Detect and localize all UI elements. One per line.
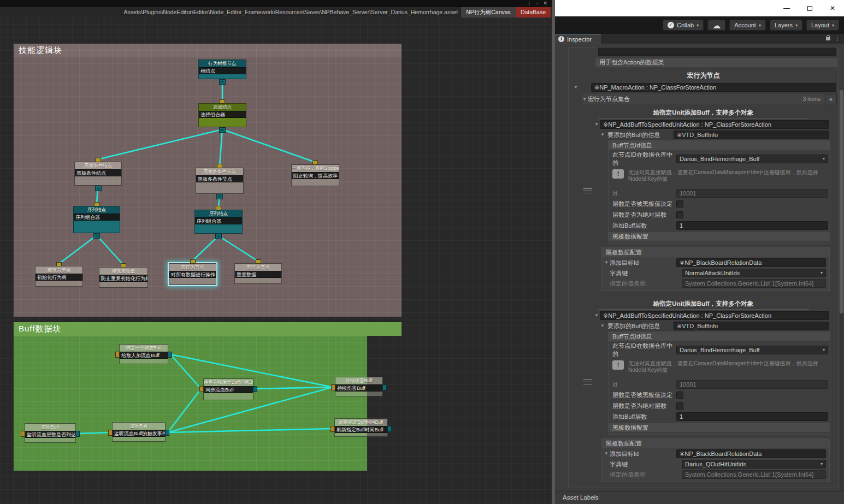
buff-layers-field[interactable]: 1 bbox=[676, 412, 828, 421]
graph-node[interactable]: 宏行为节点初始化行为树 bbox=[35, 266, 83, 287]
group-title-skill-logic[interactable]: 技能逻辑块 bbox=[14, 44, 402, 57]
top-pin-icon[interactable] bbox=[220, 99, 225, 104]
window-menu-icon[interactable]: ⋮ bbox=[527, 1, 532, 6]
target-id-field[interactable]: ※NP_BlackBoardRelationData bbox=[676, 449, 826, 458]
graph-node[interactable]: 行为树根节点根结点 bbox=[198, 60, 246, 79]
group-buff-data-block[interactable] bbox=[14, 336, 367, 471]
foldout-icon[interactable]: ▼ bbox=[594, 313, 600, 318]
top-pin-icon[interactable] bbox=[312, 161, 318, 165]
graph-node[interactable]: 宏行为节点重置数据 bbox=[234, 263, 282, 284]
dict-key-dropdown[interactable]: Darius_QOutHitUnitIds ▾ bbox=[682, 460, 826, 469]
blackboard-config-button[interactable]: 黑板数据配置 bbox=[609, 232, 830, 241]
blackboard-value-checkbox[interactable] bbox=[676, 392, 683, 399]
group-title-buff-data-bar[interactable]: Buff数据块 bbox=[14, 322, 402, 336]
graph-node[interactable]: 黑板多条件节点黑板多条件节点 bbox=[196, 168, 244, 194]
buff-info-field[interactable]: ※VTD_BuffInfo bbox=[674, 322, 829, 330]
action-class-field[interactable]: ※NP_AddBuffToSpecifiedUnitAction : NP_Cl… bbox=[600, 311, 829, 320]
left-pin-icon[interactable] bbox=[21, 431, 25, 437]
graph-node[interactable]: 刷新指定Buff时间Buff刷新指定Buff时间Buff bbox=[334, 418, 388, 437]
foldout-icon[interactable]: ▼ bbox=[600, 132, 606, 138]
top-pin-icon[interactable] bbox=[121, 263, 126, 268]
left-pin-icon[interactable] bbox=[330, 426, 335, 432]
left-pin-icon[interactable] bbox=[199, 386, 204, 392]
top-pin-icon[interactable] bbox=[217, 164, 222, 168]
foldout-icon[interactable]: ▼ bbox=[604, 451, 610, 456]
foldout-icon[interactable]: ▼ bbox=[582, 97, 588, 102]
drag-handle-icon[interactable] bbox=[583, 380, 592, 384]
bottom-pin-icon[interactable] bbox=[219, 79, 226, 85]
right-pin-icon[interactable] bbox=[75, 431, 80, 437]
graph-node[interactable]: 序列结点序列组合器 bbox=[73, 206, 120, 233]
top-pin-icon[interactable] bbox=[256, 259, 261, 264]
tab-inspector[interactable]: i Inspector bbox=[555, 34, 601, 44]
foldout-icon[interactable]: ▼ bbox=[574, 85, 579, 90]
window-close-icon[interactable]: ✕ bbox=[543, 1, 547, 6]
right-pin-icon[interactable] bbox=[382, 384, 387, 390]
foldout-icon[interactable]: ▼ bbox=[600, 323, 606, 329]
target-id-field[interactable]: ※NP_BlackBoardRelationData bbox=[676, 258, 826, 267]
close-icon[interactable]: ✕ bbox=[830, 4, 835, 12]
absolute-layers-checkbox[interactable] bbox=[676, 211, 683, 218]
kebab-menu-icon[interactable]: ⋮ bbox=[835, 36, 840, 41]
graph-node[interactable]: 序列结点序列组合器 bbox=[194, 210, 243, 234]
graph-node[interactable]: 绑定一个状态Buff给敌人加流血Buff bbox=[119, 344, 168, 364]
truncated-text-field[interactable] bbox=[598, 48, 836, 56]
dict-key-dropdown[interactable]: NormalAttackUnitIds ▾ bbox=[682, 269, 826, 277]
right-pin-icon[interactable] bbox=[165, 430, 169, 436]
action-class-field[interactable]: ※NP_AddBuffToSpecifiedUnitAction : NP_Cl… bbox=[600, 120, 829, 129]
buff-layers-field[interactable]: 1 bbox=[676, 221, 828, 230]
graph-node[interactable]: 一直等待，直到Stopped阻止轮询，提高效率 bbox=[291, 164, 339, 186]
asset-labels-bar[interactable]: Asset Labels bbox=[555, 491, 844, 503]
account-dropdown[interactable]: Account ▾ bbox=[729, 20, 766, 31]
top-pin-icon[interactable] bbox=[216, 206, 221, 210]
add-item-button[interactable]: + bbox=[825, 94, 837, 104]
scrollbar[interactable] bbox=[840, 88, 843, 504]
top-pin-icon[interactable] bbox=[190, 259, 196, 264]
right-pin-icon[interactable] bbox=[387, 426, 392, 432]
graph-node[interactable]: 修改黑板值防止重复初始化行为树 bbox=[99, 267, 148, 288]
tab-np-behavior-canvas[interactable]: NP行为树Canvas bbox=[461, 7, 516, 17]
scrollbar-thumb[interactable] bbox=[840, 90, 843, 313]
bottom-pin-icon[interactable] bbox=[93, 233, 100, 239]
top-pin-icon[interactable] bbox=[96, 158, 101, 162]
foldout-icon[interactable]: ▼ bbox=[594, 122, 600, 127]
layout-dropdown[interactable]: Layout ▾ bbox=[806, 20, 839, 31]
graph-node[interactable]: 黑板条件结点黑板条件结点 bbox=[74, 162, 122, 186]
drag-handle-icon[interactable] bbox=[583, 188, 592, 193]
buff-info-field[interactable]: ※VTD_BuffInfo bbox=[674, 131, 829, 139]
collab-button[interactable]: ✓ Collab ▾ bbox=[663, 20, 704, 31]
lock-icon[interactable] bbox=[826, 37, 830, 40]
bottom-pin-icon[interactable] bbox=[215, 234, 222, 239]
macro-collection-row[interactable]: ▼ 宏行为节点集合 3 items + bbox=[582, 94, 837, 104]
macro-class-field[interactable]: ※NP_MacroAction : NP_ClassForStoreAction bbox=[591, 83, 836, 92]
left-pin-icon[interactable] bbox=[108, 430, 113, 436]
node-canvas[interactable]: 技能逻辑块 Buff数据块 行为树根节点根结点选择结点选择组合器黑板条件结点黑板… bbox=[0, 17, 552, 504]
top-pin-icon[interactable] bbox=[56, 262, 62, 266]
layers-dropdown[interactable]: Layers ▾ bbox=[770, 20, 802, 31]
absolute-layers-checkbox[interactable] bbox=[676, 402, 683, 410]
right-pin-icon[interactable] bbox=[253, 386, 257, 392]
left-pin-icon[interactable] bbox=[331, 384, 335, 390]
node-id-dropdown[interactable]: Darius_BindHemorrhage_Buff ▾ bbox=[676, 155, 828, 163]
tab-database[interactable]: DataBase bbox=[516, 7, 551, 17]
graph-node[interactable]: 宏行为节点对所有数据进行操作 bbox=[169, 263, 216, 285]
right-pin-icon[interactable] bbox=[168, 352, 172, 358]
bottom-pin-icon[interactable] bbox=[219, 127, 226, 133]
foldout-icon[interactable]: ▼ bbox=[604, 260, 610, 265]
blackboard-config-button[interactable]: 黑板数据配置 bbox=[609, 423, 830, 432]
left-pin-icon[interactable] bbox=[115, 352, 120, 358]
bottom-pin-icon[interactable] bbox=[95, 186, 102, 191]
graph-node[interactable]: 监听Buff监听流血层数是否到达5层 bbox=[25, 423, 76, 443]
graph-node[interactable]: 选择结点选择组合器 bbox=[198, 103, 246, 127]
maximize-icon[interactable] bbox=[807, 6, 812, 11]
graph-node[interactable]: 监听Buff监听流血Buff的触发事件 bbox=[112, 422, 166, 442]
blackboard-value-checkbox[interactable] bbox=[676, 200, 683, 207]
cloud-button[interactable]: ☁ bbox=[707, 20, 725, 31]
bottom-pin-icon[interactable] bbox=[216, 194, 223, 199]
minimize-icon[interactable]: — bbox=[783, 4, 790, 12]
graph-node[interactable]: 持续伤害Buff持续伤害Buff bbox=[335, 377, 383, 396]
window-maximize-icon[interactable]: ▫ bbox=[536, 1, 538, 6]
node-id-dropdown[interactable]: Darius_BindHemorrhage_Buff ▾ bbox=[676, 346, 828, 354]
graph-node[interactable]: 往客户端发送Buff信息Buff同步流血Buff bbox=[203, 378, 253, 400]
top-pin-icon[interactable] bbox=[94, 202, 99, 206]
